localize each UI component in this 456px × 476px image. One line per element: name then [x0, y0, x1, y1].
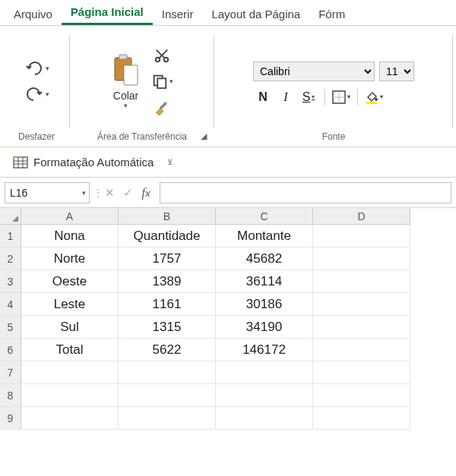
redo-icon [24, 86, 44, 102]
formula-input[interactable] [160, 182, 451, 203]
scissors-icon [154, 47, 170, 64]
cell[interactable] [313, 225, 410, 247]
name-box[interactable]: L16 ▾ [5, 182, 90, 203]
borders-button[interactable]: ▾ [331, 87, 351, 107]
cell[interactable]: 36114 [216, 270, 313, 293]
cell[interactable] [216, 361, 313, 384]
cell[interactable] [313, 361, 410, 384]
x-icon: ✕ [105, 186, 115, 200]
row-header[interactable]: 4 [0, 293, 21, 316]
row-header[interactable]: 5 [0, 316, 21, 339]
font-name-select[interactable]: Calibri [253, 61, 375, 81]
tab-insert[interactable]: Inserir [153, 3, 203, 25]
tab-formulas[interactable]: Fórm [309, 3, 354, 25]
tab-layout[interactable]: Layout da Página [202, 3, 309, 25]
column-header-c[interactable]: C [216, 208, 313, 225]
group-label-font: Fonte [322, 131, 346, 145]
cell[interactable] [216, 384, 313, 407]
cell[interactable]: 1389 [119, 270, 216, 293]
redo-button[interactable]: ▾ [23, 84, 51, 104]
clipboard-paste-icon [110, 53, 142, 90]
cell[interactable]: Montante [216, 225, 313, 247]
column-header-d[interactable]: D [313, 208, 410, 225]
fill-color-button[interactable]: ▾ [364, 87, 384, 107]
cell[interactable]: 45682 [216, 247, 313, 270]
cell[interactable]: 5622 [119, 339, 216, 361]
dialog-launcher-icon[interactable]: ◢ [201, 131, 211, 142]
cell[interactable]: 146172 [216, 339, 313, 361]
cell[interactable] [119, 361, 216, 384]
qat-customize-dropdown[interactable]: ⊻ [167, 158, 173, 166]
chevron-down-icon: ▾ [46, 65, 49, 72]
autoformat-button[interactable]: Formatação Automática [8, 153, 158, 172]
cell[interactable]: 1757 [119, 247, 216, 270]
svg-rect-2 [124, 65, 138, 85]
cell[interactable]: Nona [21, 225, 119, 247]
format-painter-button[interactable] [152, 97, 172, 117]
cell[interactable]: Norte [21, 247, 119, 270]
underline-label: S [302, 90, 311, 104]
cut-button[interactable] [152, 46, 172, 65]
cell[interactable] [313, 247, 410, 270]
row-header[interactable]: 3 [0, 270, 21, 293]
copy-icon [151, 73, 168, 90]
bold-button[interactable]: N [253, 87, 273, 107]
group-label-clipboard: Área de Transferência [97, 131, 187, 145]
cell[interactable]: 1161 [119, 293, 216, 316]
select-all-corner[interactable] [0, 208, 21, 225]
cell[interactable] [119, 407, 216, 430]
row-header[interactable]: 7 [0, 361, 21, 384]
tab-file[interactable]: Arquivo [5, 3, 62, 25]
cell[interactable] [313, 407, 410, 430]
cell[interactable]: 30186 [216, 293, 313, 316]
cell[interactable]: Sul [21, 316, 119, 339]
spreadsheet-grid: A B C D 1 Nona Quantidade Montante 2 Nor… [0, 208, 456, 430]
row-header[interactable]: 1 [0, 225, 21, 247]
enter-formula-button[interactable]: ✓ [119, 182, 137, 203]
fill-bucket-icon [365, 90, 378, 104]
cell[interactable]: Leste [21, 293, 119, 316]
column-header-b[interactable]: B [119, 208, 216, 225]
name-box-value: L16 [10, 187, 27, 199]
cancel-formula-button[interactable]: ✕ [100, 182, 119, 203]
check-icon: ✓ [123, 186, 133, 200]
cell[interactable] [216, 407, 313, 430]
row-header[interactable]: 8 [0, 384, 21, 407]
font-size-select[interactable]: 11 [379, 61, 414, 81]
cell[interactable]: Quantidade [119, 225, 216, 247]
svg-rect-14 [366, 102, 377, 104]
cell[interactable]: 1315 [119, 316, 216, 339]
cell[interactable] [21, 384, 119, 407]
copy-button[interactable]: ▾ [150, 71, 175, 91]
group-clipboard: Colar ▾ ▾ Área de Transferência ◢ [70, 29, 214, 147]
cell[interactable] [21, 361, 119, 384]
cell[interactable] [313, 293, 410, 316]
paste-button[interactable]: Colar ▾ [110, 53, 142, 109]
undo-button[interactable]: ▾ [23, 58, 51, 78]
cell[interactable] [119, 384, 216, 407]
row-header[interactable]: 6 [0, 339, 21, 361]
separator: ⋮ [93, 187, 100, 199]
underline-button[interactable]: S▾ [299, 87, 318, 107]
cell[interactable]: Total [21, 339, 119, 361]
quick-access-toolbar: Formatação Automática ⊻ [0, 147, 456, 178]
cell[interactable] [313, 270, 410, 293]
chevron-down-icon: ▾ [380, 93, 383, 100]
formula-bar-row: L16 ▾ ⋮ ✕ ✓ fx [0, 178, 456, 208]
svg-rect-8 [157, 78, 166, 88]
row-header[interactable]: 2 [0, 247, 21, 270]
svg-rect-9 [160, 101, 167, 109]
insert-function-button[interactable]: fx [137, 182, 155, 203]
cell[interactable] [313, 316, 410, 339]
cell[interactable]: 34190 [216, 316, 313, 339]
column-header-a[interactable]: A [21, 208, 119, 225]
cell[interactable] [313, 384, 410, 407]
cell[interactable]: Oeste [21, 270, 119, 293]
italic-button[interactable]: I [276, 87, 296, 107]
cell[interactable] [21, 407, 119, 430]
borders-icon [332, 90, 346, 104]
row-header[interactable]: 9 [0, 407, 21, 430]
cell[interactable] [313, 339, 410, 361]
autoformat-label: Formatação Automática [33, 156, 154, 169]
tab-home[interactable]: Página Inicial [62, 1, 153, 25]
